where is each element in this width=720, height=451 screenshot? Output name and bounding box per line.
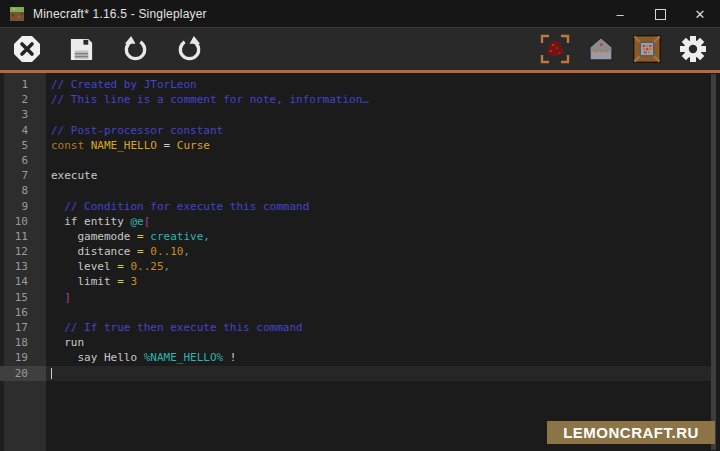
line-number: 2 (0, 92, 46, 107)
code-line[interactable]: 2// This line is a comment for note, inf… (0, 92, 715, 107)
line-content (46, 107, 715, 122)
save-button[interactable] (66, 34, 96, 64)
settings-gear-icon (679, 35, 707, 63)
undo-icon (122, 36, 149, 63)
line-number: 3 (0, 107, 46, 122)
line-number: 16 (0, 305, 46, 320)
line-content (46, 305, 715, 320)
line-content: // Post-processor constant (46, 123, 715, 138)
maximize-button[interactable] (640, 0, 680, 28)
code-line[interactable]: 16 (0, 305, 715, 320)
toolbar (0, 28, 720, 70)
line-number: 20 (0, 366, 46, 381)
code-line[interactable]: 7execute (0, 168, 715, 183)
line-number: 8 (0, 183, 46, 198)
code-line[interactable]: 11 gamemode = creative, (0, 229, 715, 244)
redstone-target-icon (540, 34, 570, 64)
line-content (46, 183, 715, 198)
line-content: level = 0..25, (46, 259, 715, 274)
code-line[interactable]: 17 // If true then execute this command (0, 320, 715, 335)
line-content: // This line is a comment for note, info… (46, 92, 715, 107)
redstone-target-button[interactable] (540, 34, 570, 64)
line-content (46, 366, 715, 381)
editor-window: Minecraft* 1.16.5 - Singleplayer – ✕ (0, 0, 720, 451)
minimize-button[interactable]: – (600, 0, 640, 28)
line-content (46, 153, 715, 168)
line-content: if entity @e[ (46, 214, 715, 229)
line-content: run (46, 335, 715, 350)
window-title: Minecraft* 1.16.5 - Singleplayer (33, 7, 207, 21)
line-number: 11 (0, 229, 46, 244)
line-number: 14 (0, 274, 46, 289)
line-number: 5 (0, 138, 46, 153)
watermark-badge: LEMONCRAFT.RU (547, 421, 715, 444)
line-number: 10 (0, 214, 46, 229)
line-number: 4 (0, 123, 46, 138)
line-content: // Condition for execute this command (46, 199, 715, 214)
toolbar-right-group (540, 34, 708, 64)
code-line[interactable]: 20 (0, 366, 715, 381)
code-line[interactable]: 9 // Condition for execute this command (0, 199, 715, 214)
close-file-button[interactable] (12, 34, 42, 64)
line-number: 15 (0, 290, 46, 305)
comparator-button[interactable] (586, 34, 616, 64)
line-number: 13 (0, 259, 46, 274)
close-button[interactable]: ✕ (680, 0, 720, 28)
code-line[interactable]: 19 say Hello %NAME_HELLO% ! (0, 350, 715, 365)
line-content: const NAME_HELLO = Curse (46, 138, 715, 153)
line-content: say Hello %NAME_HELLO% ! (46, 350, 715, 365)
comparator-icon (587, 35, 615, 63)
redo-button[interactable] (174, 34, 204, 64)
title-bar: Minecraft* 1.16.5 - Singleplayer – ✕ (0, 0, 720, 28)
code-line[interactable]: 14 limit = 3 (0, 274, 715, 289)
code-line[interactable]: 5const NAME_HELLO = Curse (0, 138, 715, 153)
save-icon (68, 36, 95, 63)
line-content: limit = 3 (46, 274, 715, 289)
vertical-scrollbar[interactable] (711, 74, 716, 450)
line-number: 18 (0, 335, 46, 350)
undo-button[interactable] (120, 34, 150, 64)
redo-icon (176, 36, 203, 63)
toolbar-left-group (12, 34, 204, 64)
close-file-icon (13, 35, 41, 63)
line-content: distance = 0..10, (46, 244, 715, 259)
window-controls: – ✕ (600, 0, 720, 28)
line-content: execute (46, 168, 715, 183)
settings-button[interactable] (678, 34, 708, 64)
line-number: 12 (0, 244, 46, 259)
code-line[interactable]: 8 (0, 183, 715, 198)
code-line[interactable]: 15 ] (0, 290, 715, 305)
text-cursor (51, 368, 52, 379)
line-number: 7 (0, 168, 46, 183)
minimize-icon: – (616, 7, 623, 22)
maximize-icon (655, 9, 666, 20)
code-editor[interactable]: 1// Created by JTorLeon2// This line is … (0, 73, 720, 451)
code-line[interactable]: 6 (0, 153, 715, 168)
code-line[interactable]: 4// Post-processor constant (0, 123, 715, 138)
line-number: 9 (0, 199, 46, 214)
code-line[interactable]: 12 distance = 0..10, (0, 244, 715, 259)
minecraft-grass-block-icon (9, 6, 25, 22)
code-line[interactable]: 18 run (0, 335, 715, 350)
crafting-table-button[interactable] (632, 34, 662, 64)
line-content: // Created by JTorLeon (46, 77, 715, 92)
line-number: 17 (0, 320, 46, 335)
close-icon: ✕ (695, 7, 706, 22)
code-line[interactable]: 3 (0, 107, 715, 122)
line-number: 1 (0, 77, 46, 92)
code-rows: 1// Created by JTorLeon2// This line is … (0, 73, 715, 381)
line-content: gamemode = creative, (46, 229, 715, 244)
code-line[interactable]: 10 if entity @e[ (0, 214, 715, 229)
line-number: 19 (0, 350, 46, 365)
code-line[interactable]: 13 level = 0..25, (0, 259, 715, 274)
crafting-table-icon (633, 35, 661, 63)
line-content: // If true then execute this command (46, 320, 715, 335)
line-content: ] (46, 290, 715, 305)
code-line[interactable]: 1// Created by JTorLeon (0, 77, 715, 92)
line-number: 6 (0, 153, 46, 168)
